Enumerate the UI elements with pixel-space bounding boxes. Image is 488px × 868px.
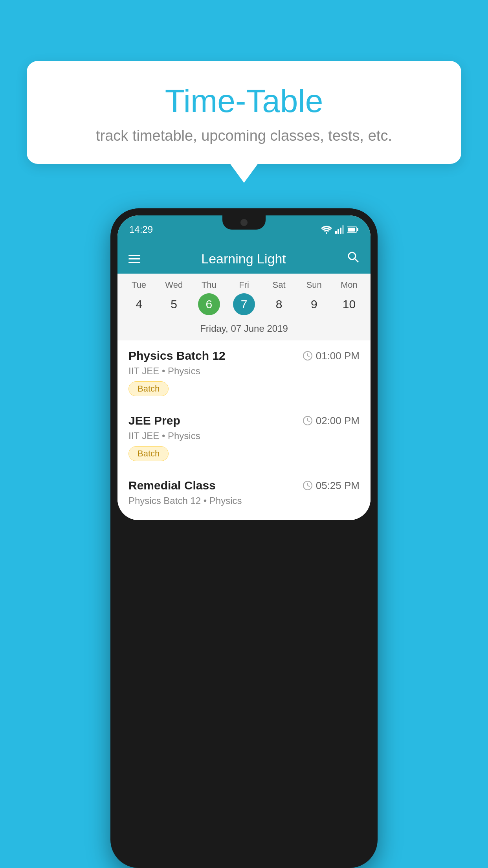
clock-icon xyxy=(303,416,313,426)
clock-icon xyxy=(303,351,313,361)
schedule-item[interactable]: Physics Batch 1201:00 PMIIT JEE • Physic… xyxy=(117,340,371,405)
day-name: Fri xyxy=(239,280,249,290)
svg-rect-7 xyxy=(357,228,358,231)
camera xyxy=(240,219,248,226)
svg-line-12 xyxy=(308,356,310,357)
schedule-item-header: JEE Prep02:00 PM xyxy=(128,414,360,427)
tooltip-subtitle: track timetable, upcoming classes, tests… xyxy=(50,127,438,144)
day-col-tue[interactable]: Tue4 xyxy=(123,280,155,315)
schedule-item-title: Remedial Class xyxy=(128,479,216,492)
schedule-item[interactable]: Remedial Class05:25 PMPhysics Batch 12 •… xyxy=(117,470,371,520)
time-text: 02:00 PM xyxy=(316,415,360,427)
schedule-item-header: Remedial Class05:25 PM xyxy=(128,479,360,492)
day-name: Sun xyxy=(306,280,322,290)
schedule-container: Physics Batch 1201:00 PMIIT JEE • Physic… xyxy=(117,340,371,520)
svg-rect-3 xyxy=(340,228,341,234)
day-number[interactable]: 4 xyxy=(128,293,150,315)
day-name: Mon xyxy=(341,280,358,290)
day-number[interactable]: 7 xyxy=(233,293,255,315)
day-col-sun[interactable]: Sun9 xyxy=(298,280,330,315)
schedule-meta: IIT JEE • Physics xyxy=(128,366,360,377)
day-number[interactable]: 9 xyxy=(303,293,325,315)
svg-rect-6 xyxy=(348,228,355,232)
schedule-item-header: Physics Batch 1201:00 PM xyxy=(128,349,360,362)
day-col-wed[interactable]: Wed5 xyxy=(158,280,190,315)
signal-icon xyxy=(335,225,344,234)
tooltip-card: Time-Table track timetable, upcoming cla… xyxy=(27,61,461,164)
day-name: Sat xyxy=(273,280,286,290)
day-number[interactable]: 5 xyxy=(163,293,185,315)
notch xyxy=(222,215,266,230)
time-text: 05:25 PM xyxy=(316,480,360,492)
svg-line-9 xyxy=(355,259,358,262)
batch-tag: Batch xyxy=(128,381,169,396)
day-number[interactable]: 6 xyxy=(198,293,220,315)
schedule-meta: Physics Batch 12 • Physics xyxy=(128,495,360,506)
wifi-icon xyxy=(321,225,332,234)
schedule-item[interactable]: JEE Prep02:00 PMIIT JEE • PhysicsBatch xyxy=(117,405,371,470)
day-number[interactable]: 8 xyxy=(268,293,290,315)
app-title: Learning Light xyxy=(201,251,286,267)
status-time: 14:29 xyxy=(129,224,153,235)
days-row: Tue4Wed5Thu6Fri7Sat8Sun9Mon10 xyxy=(121,280,367,315)
schedule-time: 05:25 PM xyxy=(303,480,360,492)
svg-rect-1 xyxy=(335,231,337,234)
day-name: Tue xyxy=(132,280,146,290)
time-text: 01:00 PM xyxy=(316,350,360,362)
hamburger-menu-button[interactable] xyxy=(128,255,140,263)
phone-wrapper: 14:29 xyxy=(27,208,461,868)
svg-line-15 xyxy=(308,421,310,422)
phone-screen: 14:29 xyxy=(117,215,371,520)
tooltip-title: Time-Table xyxy=(50,83,438,120)
calendar-strip: Tue4Wed5Thu6Fri7Sat8Sun9Mon10 Friday, 07… xyxy=(117,274,371,340)
svg-rect-4 xyxy=(342,225,344,234)
app-header: Learning Light xyxy=(117,244,371,274)
search-button[interactable] xyxy=(347,251,360,267)
phone-device: 14:29 xyxy=(110,208,378,868)
schedule-item-title: JEE Prep xyxy=(128,414,180,427)
schedule-time: 01:00 PM xyxy=(303,350,360,362)
selected-date-label: Friday, 07 June 2019 xyxy=(121,319,367,337)
schedule-time: 02:00 PM xyxy=(303,415,360,427)
day-col-thu[interactable]: Thu6 xyxy=(193,280,225,315)
batch-tag: Batch xyxy=(128,446,169,461)
svg-line-18 xyxy=(308,485,310,487)
schedule-item-title: Physics Batch 12 xyxy=(128,349,226,362)
status-icons xyxy=(321,225,359,234)
day-col-sat[interactable]: Sat8 xyxy=(263,280,295,315)
battery-icon xyxy=(347,226,359,233)
clock-icon xyxy=(303,480,313,491)
status-bar: 14:29 xyxy=(117,215,371,244)
day-col-fri[interactable]: Fri7 xyxy=(228,280,260,315)
day-name: Wed xyxy=(165,280,183,290)
day-col-mon[interactable]: Mon10 xyxy=(333,280,365,315)
svg-point-8 xyxy=(349,252,356,259)
day-number[interactable]: 10 xyxy=(338,293,360,315)
svg-rect-2 xyxy=(338,229,339,234)
svg-point-0 xyxy=(326,232,327,234)
schedule-meta: IIT JEE • Physics xyxy=(128,430,360,441)
day-name: Thu xyxy=(202,280,216,290)
